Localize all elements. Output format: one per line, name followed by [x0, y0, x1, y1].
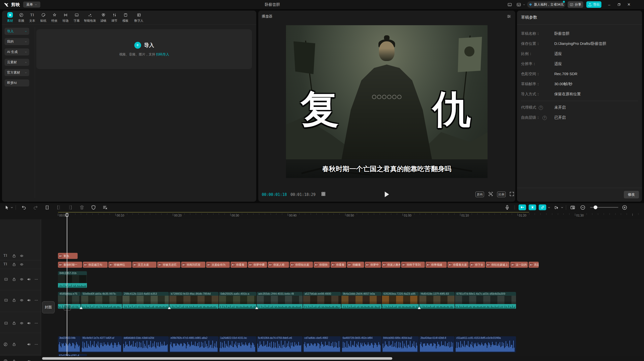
video-clip-4[interactable]: 0db25925-aa6c-491b-a [219, 292, 256, 309]
tab-filter[interactable]: 滤镜 [98, 12, 109, 23]
menu-button[interactable]: 菜单 [23, 2, 40, 8]
more-options-icon[interactable] [34, 321, 38, 325]
mute-icon[interactable] [27, 342, 31, 346]
subtitle-clip-1[interactable]: A≡你是越王勾 [83, 262, 108, 268]
play-button[interactable] [385, 192, 389, 197]
subtitle-clip-0[interactable]: A≡春秋时期一 [58, 262, 82, 268]
audio2-clip[interactable]: 62a5250e-4381-4 [58, 354, 87, 356]
audio-clip-2[interactable]: dd6b6db9-03dc-43b8-b20d [122, 336, 169, 352]
lock-icon[interactable] [12, 342, 16, 346]
sidebar-item-5[interactable]: 即梦AI [5, 79, 29, 86]
visibility-icon[interactable] [20, 277, 24, 281]
subtitle-clip-14[interactable]: A≡你梦中 [365, 262, 381, 268]
subtitle-clip-9[interactable]: A≡你派人暗 [268, 262, 289, 268]
audio-clip-6[interactable]: cd7ad6dc-cbe5-4982 [303, 336, 341, 352]
tab-effects[interactable]: 特效 [49, 12, 60, 23]
more-options-icon[interactable] [34, 277, 38, 281]
playhead-handle[interactable] [66, 213, 68, 217]
subtitle-clip-19[interactable]: A≡你下令 [469, 262, 485, 268]
mark-icon[interactable] [91, 205, 96, 210]
subtitle-clip-13[interactable]: A≡你瞒着 [347, 262, 364, 268]
video-clip-10[interactable]: 6781cf7d-68e1-4a7c-a03c-d5b4d3a309 [455, 292, 516, 309]
captions-panel-icon[interactable] [507, 3, 512, 7]
select-cursor-icon[interactable] [4, 205, 10, 210]
scan-import-link[interactable]: 扫码导入 [156, 52, 169, 56]
zoom-out-icon[interactable] [580, 205, 586, 210]
import-dropzone[interactable]: + 导入 视频、音频、图片，支持 扫码导入 [36, 29, 252, 69]
subtitle-clip-5[interactable]: A≡你闻到石室 [181, 262, 205, 268]
video-clip-3[interactable]: b7286f32-fe33-4fac-86db-7854d [169, 292, 218, 309]
preview-cursor-icon[interactable] [554, 205, 559, 210]
more-options-icon[interactable] [34, 298, 38, 302]
auto-snap-toggle[interactable] [519, 204, 526, 210]
subtitle-clip-4[interactable]: A≡你被关进石 [157, 262, 180, 268]
subtitle-clip-17[interactable]: A≡你率领越 [426, 262, 447, 268]
layout-switch-icon[interactable] [516, 3, 522, 7]
mute-icon[interactable] [27, 359, 31, 361]
linkage-toggle[interactable] [529, 204, 536, 210]
subtitle-clip-10[interactable]: A≡你得知夫差 [290, 262, 313, 268]
subtitle-clip-21[interactable]: A≡这一刻的 [510, 262, 528, 268]
tab-sticker[interactable]: 贴纸 [38, 12, 49, 23]
sidebar-item-3[interactable]: 云素材 [5, 59, 29, 66]
audio-clip-3[interactable]: e09b782b-47c0-4881-b981-a8a2 [169, 336, 218, 352]
zoom-in-icon[interactable] [622, 205, 627, 210]
more-options-icon[interactable] [34, 359, 38, 361]
ratio-button[interactable]: 比例 [497, 192, 506, 197]
tab-adjust[interactable]: 调节 [109, 12, 120, 23]
split-icon[interactable] [44, 205, 50, 210]
subtitle-clip-15[interactable]: A≡你派人散布 [382, 262, 400, 268]
promo-badge[interactable]: 新人福利，立省34元 [527, 1, 565, 8]
subtitle-clip-18[interactable]: A≡你看着夫差 [447, 262, 469, 268]
tab-avatar[interactable]: 数字人 [131, 12, 147, 23]
timeline-ruler[interactable]: 00:0000:1000:2000:3000:4000:5001:0001:10… [0, 213, 644, 219]
zoom-fit-icon[interactable] [488, 191, 493, 197]
lock-icon[interactable] [12, 321, 16, 325]
timeline-zoom-slider[interactable] [590, 207, 618, 208]
subtitle-clip-12[interactable]: A≡你看着 [331, 262, 346, 268]
subtitle-clip-2[interactable]: A≡你被押往 [108, 262, 132, 268]
lock-icon[interactable] [12, 359, 16, 361]
tab-template[interactable]: 模板 [120, 12, 131, 23]
tab-material[interactable]: 素材 [5, 12, 16, 23]
subtitle-clip-20[interactable]: A≡你站在废墟上 [486, 262, 509, 268]
minimize-button[interactable]: – [605, 0, 613, 9]
video-clip-7[interactable]: 9b4a1bbb-2b04-4657-b0a [341, 292, 381, 309]
visibility-icon[interactable] [20, 321, 24, 325]
sidebar-item-1[interactable]: 我的 [5, 38, 29, 45]
subtitle-clip-7[interactable]: A≡你看着 [231, 262, 247, 268]
sidebar-item-4[interactable]: 官方素材 [5, 69, 29, 76]
tab-text[interactable]: TI文本 [27, 12, 38, 23]
video-clip-1[interactable]: 50e8ed0f-ab0a-4b35-997b- [81, 292, 122, 309]
lock-icon[interactable] [12, 298, 16, 302]
link-toggle[interactable] [539, 204, 546, 210]
title-text-clip[interactable]: A≡复仇 [58, 253, 78, 259]
subtitle-clip-6[interactable]: A≡夫差命你为 [206, 262, 230, 268]
preview-axis-icon[interactable] [570, 205, 575, 210]
video-clip-2[interactable]: 298c412b-1110-4a60-b353 [122, 292, 169, 309]
lock-icon[interactable] [12, 262, 16, 266]
subtitle-clip-11[interactable]: A≡你很快 [314, 262, 330, 268]
audio-clip-8[interactable]: 844cb060-689c-400d-ba2 [382, 336, 419, 352]
chevron-down-icon[interactable] [547, 205, 551, 210]
video-clip-8[interactable]: 635393ea-7220-4a23-a95 [382, 292, 419, 309]
visibility-icon[interactable] [20, 254, 24, 258]
undo-icon[interactable] [21, 205, 27, 210]
tab-captions[interactable]: 字幕 [71, 12, 82, 23]
chevron-down-icon[interactable] [10, 205, 14, 210]
chevron-down-icon[interactable] [560, 205, 564, 210]
tab-smart-pack[interactable]: 智能包装 [82, 12, 98, 23]
cover-frame-indicator[interactable] [64, 305, 71, 310]
transition-marker[interactable] [255, 307, 258, 309]
sidebar-item-2[interactable]: AI 生成 [5, 48, 29, 55]
audio-clip-4[interactable]: 1a26d822-03cf-4151-bc [219, 336, 256, 352]
help-icon[interactable]: ? [542, 116, 547, 120]
subtitle-clip-8[interactable]: A≡你梦中嚼 [248, 262, 267, 268]
audio-clip-5[interactable]: 5c401064-da74-4793-8de5-e6 [257, 336, 303, 352]
transition-marker[interactable] [168, 307, 171, 309]
visibility-icon[interactable] [20, 262, 24, 266]
close-button[interactable]: ✕ [625, 0, 633, 9]
sidebar-item-0[interactable]: 导入 [5, 28, 29, 35]
split-right-icon[interactable] [68, 205, 73, 210]
mute-icon[interactable] [27, 321, 31, 325]
